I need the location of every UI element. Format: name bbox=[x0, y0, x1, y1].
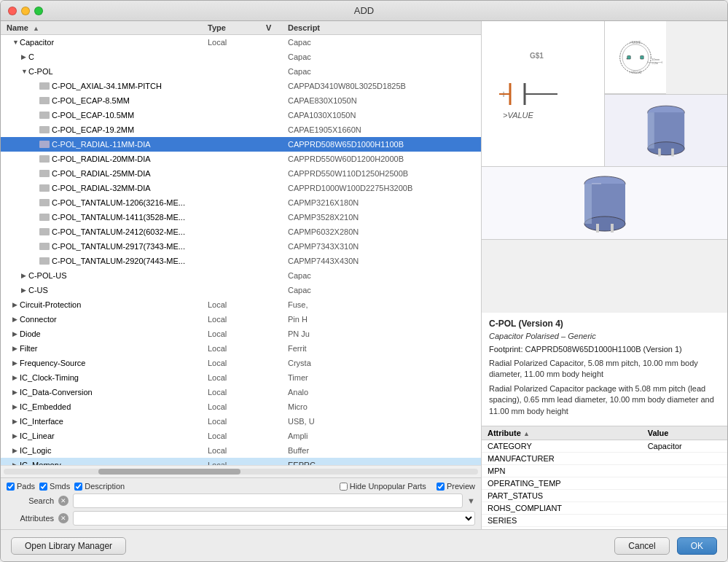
description-filter[interactable]: Description bbox=[74, 482, 125, 491]
attribute-row: MANUFACTURER bbox=[482, 452, 727, 464]
tree-row[interactable]: ▶Filter Local Ferrit bbox=[1, 341, 481, 356]
tree-row[interactable]: ▶C-US Capac bbox=[1, 283, 481, 297]
row-desc: Capac bbox=[285, 38, 481, 47]
row-desc: Buffer bbox=[285, 446, 481, 455]
description-checkbox[interactable] bbox=[74, 483, 82, 491]
search-dropdown-arrow[interactable]: ▼ bbox=[467, 496, 475, 505]
row-desc: Crysta bbox=[285, 359, 481, 367]
tree-row[interactable]: ▼Capacitor Local Capac bbox=[1, 35, 481, 50]
pads-checkbox[interactable] bbox=[7, 483, 15, 491]
close-button[interactable] bbox=[8, 7, 17, 15]
preview-checkbox[interactable] bbox=[437, 483, 445, 491]
ok-button[interactable]: OK bbox=[677, 537, 717, 555]
tree-row[interactable]: C-POL_TANTALUM-2412(6032-ME... CAPMP6032… bbox=[1, 225, 481, 239]
horizontal-scrollbar[interactable] bbox=[4, 469, 478, 475]
search-clear-button[interactable]: ✕ bbox=[58, 496, 69, 506]
row-desc: CAPMP6032X280N bbox=[285, 227, 481, 236]
main-content: Name ▲ Type V Descript ▼Capacitor Local … bbox=[1, 21, 727, 529]
tree-row[interactable]: C-POL_TANTALUM-2920(7443-ME... CAPMP7443… bbox=[1, 254, 481, 268]
tree-row[interactable]: ▶IC_Data-Conversion Local Analo bbox=[1, 385, 481, 399]
hide-unpopular-filter[interactable]: Hide Unpopular Parts bbox=[340, 482, 426, 491]
row-desc: CAPAE830X1050N bbox=[285, 96, 481, 105]
svg-rect-28 bbox=[584, 184, 592, 224]
attribute-value bbox=[642, 501, 727, 514]
tree-row[interactable]: C-POL_RADIAL-20MM-DIA CAPPRD550W60D1200H… bbox=[1, 152, 481, 166]
row-desc: CAPMP7343X310N bbox=[285, 242, 481, 251]
attribute-row: ROHS_COMPLIANT bbox=[482, 501, 727, 514]
tree-row[interactable]: ▶Connector Local Pin H bbox=[1, 312, 481, 327]
pads-filter[interactable]: Pads bbox=[7, 482, 35, 491]
attributes-label: Attributes bbox=[7, 514, 54, 523]
open-library-manager-button[interactable]: Open Library Manager bbox=[11, 537, 126, 555]
tree-row[interactable]: C-POL_AXIAL-34.1MM-PITCH CAPPAD3410W80L3… bbox=[1, 79, 481, 93]
tree-row[interactable]: C-POL_RADIAL-25MM-DIA CAPPRD550W110D1250… bbox=[1, 166, 481, 181]
footer-actions: Cancel OK bbox=[614, 537, 717, 555]
tree-row[interactable]: ▶IC_Logic Local Buffer bbox=[1, 443, 481, 458]
tree-row[interactable]: C-POL_RADIAL-32MM-DIA CAPPRD1000W100D227… bbox=[1, 181, 481, 195]
smds-checkbox[interactable] bbox=[39, 483, 47, 491]
tree-row[interactable]: C-POL_TANTALUM-1206(3216-ME... CAPMP3216… bbox=[1, 195, 481, 210]
row-desc: CAPPAD3410W80L3025D1825B bbox=[285, 82, 481, 90]
tree-row[interactable]: C-POL_TANTALUM-1411(3528-ME... CAPMP3528… bbox=[1, 210, 481, 225]
preview-area: G$1 + >VALUE + >NAME bbox=[482, 21, 727, 167]
row-desc: CAPPRD508W65D1000H1100B bbox=[285, 140, 481, 149]
capacitor-3d-bottom bbox=[605, 94, 727, 167]
tree-row[interactable]: C-POL_ECAP-19.2MM CAPAE1905X1660N bbox=[1, 122, 481, 137]
schematic-view: G$1 + >VALUE bbox=[482, 21, 605, 166]
row-desc: Analo bbox=[285, 388, 481, 397]
row-desc: Ampli bbox=[285, 432, 481, 440]
header-desc: Descript bbox=[285, 23, 481, 32]
footer-bar: Open Library Manager Cancel OK bbox=[1, 529, 727, 561]
tree-row[interactable]: ▼C-POL Capac bbox=[1, 64, 481, 79]
row-desc: CAPMP3216X180N bbox=[285, 198, 481, 207]
tree-row[interactable]: C-POL_ECAP-10.5MM CAPA1030X1050N bbox=[1, 108, 481, 122]
tree-row[interactable]: ▶C Capac bbox=[1, 50, 481, 64]
right-panel: G$1 + >VALUE + >NAME bbox=[482, 21, 727, 529]
tree-row[interactable]: ▶Diode Local PN Ju bbox=[1, 327, 481, 341]
header-name: Name ▲ bbox=[1, 23, 205, 32]
window-title: ADD bbox=[354, 5, 374, 16]
attributes-select[interactable] bbox=[73, 511, 475, 526]
attribute-name: OPERATING_TEMP bbox=[482, 477, 642, 489]
tree-row[interactable]: ▶C-POL-US Capac bbox=[1, 268, 481, 283]
hide-unpopular-checkbox[interactable] bbox=[340, 483, 348, 491]
expand-icon: ▶ bbox=[12, 345, 18, 352]
expand-icon: ▶ bbox=[12, 389, 18, 396]
tree-row[interactable]: ▶Frequency-Source Local Crysta bbox=[1, 356, 481, 370]
right-sub-panel: + >NAME >VALUE 10mm 0.2in bbox=[605, 21, 727, 166]
description-1: Radial Polarized Capacitor, 5.08 mm pitc… bbox=[489, 358, 720, 380]
svg-text:0.2in: 0.2in bbox=[651, 61, 657, 64]
minimize-button[interactable] bbox=[21, 7, 30, 15]
tree-row[interactable]: ▶IC_Clock-Timing Local Timer bbox=[1, 370, 481, 385]
expand-icon: ▼ bbox=[21, 68, 27, 75]
tree-row-selected[interactable]: C-POL_RADIAL-11MM-DIA CAPPRD508W65D1000H… bbox=[1, 137, 481, 152]
tree-row[interactable]: ▶IC_Linear Local Ampli bbox=[1, 429, 481, 443]
attribute-name: SERIES bbox=[482, 514, 642, 526]
component-tree[interactable]: Name ▲ Type V Descript ▼Capacitor Local … bbox=[1, 21, 481, 465]
footprint-label: Footprint: CAPPRD508W65D1000H1100B (Vers… bbox=[489, 345, 720, 354]
cancel-button[interactable]: Cancel bbox=[614, 537, 669, 555]
tree-row[interactable]: C-POL_ECAP-8.5MM CAPAE830X1050N bbox=[1, 93, 481, 108]
attribute-value bbox=[642, 477, 727, 489]
row-desc: CAPMP7443X430N bbox=[285, 257, 481, 265]
expand-icon: ▶ bbox=[12, 403, 18, 410]
row-desc: Capac bbox=[285, 271, 481, 280]
tree-row[interactable]: C-POL_TANTALUM-2917(7343-ME... CAPMP7343… bbox=[1, 239, 481, 254]
attributes-clear-button[interactable]: ✕ bbox=[58, 513, 69, 523]
search-input[interactable] bbox=[73, 493, 463, 508]
footprint-top-view: + >NAME >VALUE 10mm 0.2in bbox=[605, 21, 666, 94]
attribute-row: MPN bbox=[482, 464, 727, 477]
tree-row[interactable]: ▶Circuit-Protection Local Fuse, bbox=[1, 297, 481, 312]
attributes-table[interactable]: Attribute ▲ Value CATEGORYCapacitorMANUF… bbox=[482, 426, 727, 529]
tree-row[interactable]: ▶IC_Embedded Local Micro bbox=[1, 399, 481, 414]
tree-row[interactable]: ▶IC_Memory Local EEPRC bbox=[1, 458, 481, 465]
smds-filter[interactable]: Smds bbox=[39, 482, 70, 491]
preview-filter[interactable]: Preview bbox=[437, 482, 475, 491]
tree-row[interactable]: ▶IC_Interface Local USB, U bbox=[1, 414, 481, 429]
search-row: Search ✕ ▼ bbox=[7, 493, 475, 508]
svg-rect-10 bbox=[641, 55, 643, 58]
expand-icon: ▶ bbox=[12, 432, 18, 440]
header-type: Type bbox=[205, 23, 263, 32]
attribute-row: SUB-CATEGORY bbox=[482, 526, 727, 529]
maximize-button[interactable] bbox=[34, 7, 43, 15]
